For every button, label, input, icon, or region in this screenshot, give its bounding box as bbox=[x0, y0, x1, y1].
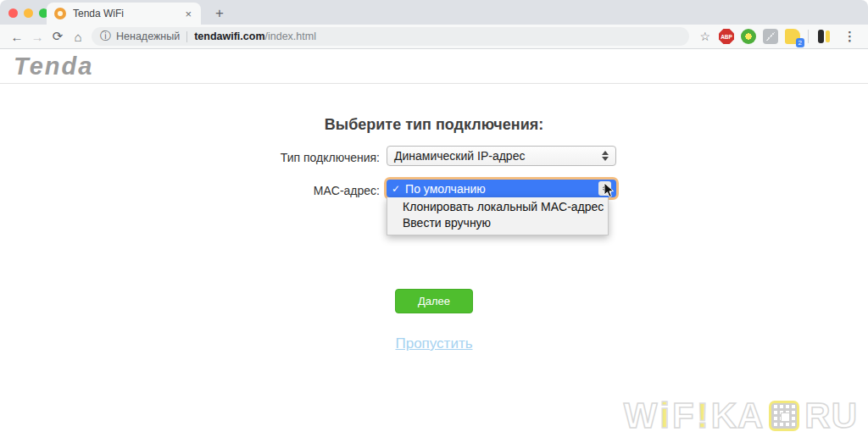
mac-option-clone[interactable]: Клонировать локальный MAC-адрес bbox=[387, 199, 608, 215]
security-status-label: Ненадежный bbox=[116, 30, 180, 42]
watermark-letter: W bbox=[624, 396, 659, 436]
connection-type-label: Тип подключения: bbox=[0, 151, 380, 164]
url-domain: tendawifi.com bbox=[194, 30, 264, 42]
tab-title: Tenda WiFi bbox=[73, 8, 183, 19]
mac-address-label: MAC-адрес: bbox=[0, 184, 380, 197]
tenda-logo: Tenda bbox=[14, 53, 93, 80]
close-window-button[interactable] bbox=[8, 8, 18, 18]
mouse-cursor bbox=[604, 182, 615, 199]
checkmark-icon: ✓ bbox=[392, 183, 400, 195]
tab-strip: Tenda WiFi × + bbox=[0, 0, 868, 25]
select-stepper-icon bbox=[602, 151, 609, 161]
page-info-icon[interactable]: ⓘ bbox=[100, 29, 111, 44]
forward-icon[interactable]: → bbox=[27, 26, 47, 47]
connection-type-value: Динамический IP-адрес bbox=[394, 149, 525, 163]
notes-extension-icon[interactable]: 2 bbox=[785, 29, 800, 44]
back-icon[interactable]: ← bbox=[7, 26, 27, 47]
tab-favicon-icon bbox=[54, 8, 66, 19]
adblock-extension-icon[interactable]: ABP bbox=[719, 29, 734, 44]
yellow-black-extension-icon[interactable] bbox=[816, 29, 832, 44]
minimize-window-button[interactable] bbox=[24, 8, 33, 18]
site-header: Tenda bbox=[0, 50, 868, 84]
browser-menu-icon[interactable]: ⋮ bbox=[838, 29, 861, 44]
watermark-letter: ! bbox=[697, 396, 709, 436]
watermark-letter: RU bbox=[804, 396, 858, 436]
mac-address-select[interactable]: ✓ По умолчанию bbox=[387, 180, 616, 197]
green-extension-icon[interactable] bbox=[741, 29, 756, 44]
skip-link[interactable]: Пропустить bbox=[395, 335, 472, 352]
next-button[interactable]: Далее bbox=[395, 289, 473, 313]
url-path: /index.html bbox=[265, 30, 316, 42]
page-title: Выберите тип подключения: bbox=[0, 116, 868, 134]
notes-extension-badge: 2 bbox=[796, 38, 804, 47]
watermark-letter: i bbox=[659, 396, 670, 436]
window-controls bbox=[8, 8, 48, 18]
bookmark-star-icon[interactable]: ☆ bbox=[699, 30, 710, 43]
gray-extension-icon[interactable] bbox=[763, 29, 778, 44]
mac-address-dropdown-menu: Клонировать локальный MAC-адрес Ввести в… bbox=[387, 197, 609, 235]
watermark-letter: F bbox=[672, 396, 695, 436]
connection-type-select[interactable]: Динамический IP-адрес bbox=[387, 146, 616, 166]
browser-tab[interactable]: Tenda WiFi × bbox=[47, 3, 201, 25]
tab-close-icon[interactable]: × bbox=[183, 8, 193, 20]
new-tab-button[interactable]: + bbox=[209, 3, 231, 25]
extensions-separator bbox=[808, 30, 809, 43]
mac-option-manual[interactable]: Ввести вручную bbox=[387, 215, 608, 231]
skip-link-wrap: Пропустить bbox=[0, 335, 868, 352]
mac-option-default[interactable]: По умолчанию bbox=[405, 182, 486, 196]
reload-icon[interactable]: ⟳ bbox=[47, 26, 68, 47]
browser-window: Tenda WiFi × + ← → ⟳ ⌂ ⓘ Ненадежный tend… bbox=[0, 0, 868, 443]
url-separator bbox=[186, 31, 187, 42]
watermark-letter: KA bbox=[711, 396, 765, 436]
wifika-watermark: WiF!KA RU bbox=[624, 396, 858, 436]
address-bar[interactable]: ⓘ Ненадежный tendawifi.com /index.html bbox=[92, 27, 689, 46]
qr-code-icon bbox=[769, 401, 799, 431]
browser-toolbar: ← → ⟳ ⌂ ⓘ Ненадежный tendawifi.com /inde… bbox=[0, 25, 868, 49]
home-icon[interactable]: ⌂ bbox=[68, 26, 88, 47]
